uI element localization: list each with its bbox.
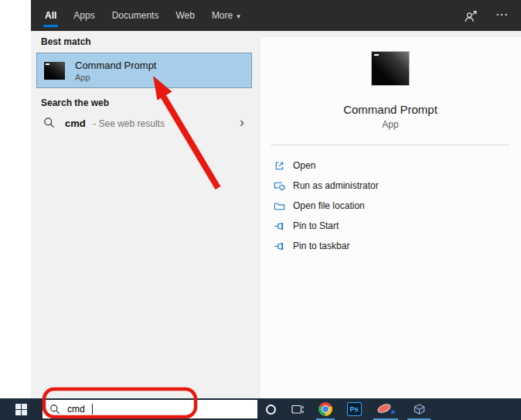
- photoshop-button[interactable]: Ps: [339, 398, 369, 420]
- header-actions: ···: [464, 9, 509, 23]
- open-icon: [274, 160, 285, 172]
- command-prompt-icon: [44, 62, 65, 80]
- divider: [271, 145, 510, 145]
- cortana-icon: [266, 405, 276, 415]
- tab-web[interactable]: Web: [175, 0, 194, 31]
- search-query-value: cmd: [67, 404, 85, 415]
- chrome-icon: [318, 402, 332, 416]
- virtualbox-button[interactable]: [403, 398, 435, 420]
- preview-title: Command Prompt: [260, 103, 521, 116]
- pin-icon: [274, 241, 285, 252]
- chrome-button[interactable]: [312, 398, 339, 420]
- preview-subtitle: App: [260, 119, 521, 130]
- photoshop-icon: Ps: [347, 402, 362, 416]
- action-pin-to-start[interactable]: Pin to Start: [260, 216, 521, 236]
- action-open-file-location[interactable]: Open file location: [260, 196, 521, 216]
- action-run-as-administrator[interactable]: Run as administrator: [260, 176, 521, 196]
- media-disc-app-button[interactable]: *: [369, 398, 403, 420]
- search-icon: [43, 117, 55, 128]
- tab-apps[interactable]: Apps: [73, 0, 94, 31]
- action-pin-to-taskbar[interactable]: Pin to taskbar: [260, 236, 521, 256]
- search-icon: [49, 404, 60, 415]
- folder-location-icon: [274, 200, 285, 212]
- context-actions: Open Run as administrator Open file: [260, 155, 521, 256]
- gear-glyph: *: [390, 409, 395, 418]
- best-match-section-label: Best match: [41, 36, 91, 47]
- search-header: All Apps Documents Web More ▾ ···: [31, 0, 521, 31]
- command-prompt-large-icon: [371, 51, 410, 86]
- admin-shield-icon: [274, 180, 285, 192]
- web-section-label: Search the web: [41, 97, 109, 108]
- task-view-icon: [291, 404, 305, 415]
- result-subtitle: App: [75, 73, 156, 82]
- tab-all[interactable]: All: [45, 0, 56, 31]
- pin-icon: [274, 220, 285, 232]
- dropdown-arrow-icon: ▾: [237, 12, 240, 20]
- chevron-right-icon: ›: [240, 115, 244, 131]
- web-query-text: cmd: [65, 118, 86, 129]
- cortana-button[interactable]: [257, 398, 284, 420]
- desktop: All Apps Documents Web More ▾ ···: [0, 0, 521, 420]
- result-title: Command Prompt: [75, 60, 156, 71]
- search-filter-tabs: All Apps Documents Web More ▾: [45, 0, 240, 31]
- search-results-area: Best match Command Prompt App Search the…: [31, 31, 521, 398]
- virtualbox-icon: [413, 403, 426, 415]
- account-icon[interactable]: [464, 9, 478, 22]
- tab-documents[interactable]: Documents: [112, 0, 159, 31]
- task-view-button[interactable]: [284, 398, 312, 420]
- windows-logo-icon: [15, 404, 27, 415]
- web-suffix-text: - See web results: [93, 118, 165, 129]
- search-flyout: All Apps Documents Web More ▾ ···: [31, 0, 521, 398]
- media-disc-app-icon: *: [377, 402, 394, 416]
- web-search-result[interactable]: cmd - See web results ›: [36, 111, 252, 135]
- action-open[interactable]: Open: [260, 155, 521, 176]
- text-cursor: [92, 404, 93, 415]
- more-options-icon[interactable]: ···: [496, 9, 509, 23]
- taskbar-search-input[interactable]: cmd: [43, 400, 257, 418]
- best-match-result-command-prompt[interactable]: Command Prompt App: [36, 53, 252, 88]
- start-button[interactable]: [0, 398, 43, 420]
- tab-more[interactable]: More ▾: [212, 0, 240, 31]
- preview-panel: Command Prompt App Open: [259, 37, 521, 398]
- taskbar: cmd Ps *: [0, 398, 521, 420]
